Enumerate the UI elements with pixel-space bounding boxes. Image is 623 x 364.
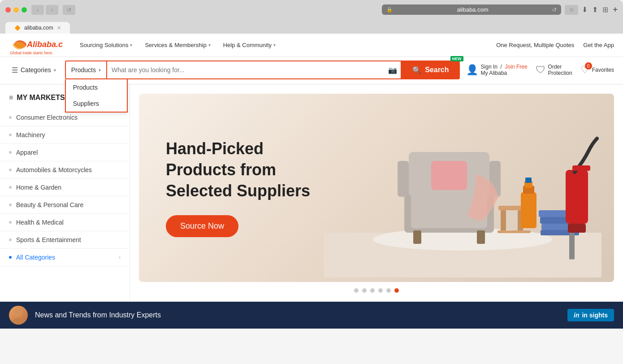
hero-illustration <box>320 98 605 277</box>
main-content: ≡ MY MARKETS Consumer Electronics Machin… <box>0 85 623 302</box>
linkedin-insight-logo[interactable]: in in sights <box>567 309 614 321</box>
reload-icon[interactable]: ↺ <box>552 7 557 13</box>
bullet-icon <box>9 204 12 206</box>
forward-button[interactable]: › <box>46 5 58 15</box>
back-button[interactable]: ‹ <box>31 5 44 15</box>
svg-rect-27 <box>572 165 590 171</box>
search-button[interactable]: 🔍 Search <box>402 61 459 79</box>
sidebar-item-automobiles[interactable]: Automobiles & Motorcycles <box>0 161 130 179</box>
svg-rect-5 <box>398 161 409 197</box>
svg-rect-24 <box>568 224 586 233</box>
sidebar-item-machinery[interactable]: Machinery <box>0 126 130 144</box>
bullet-icon <box>9 186 12 189</box>
search-input[interactable] <box>107 66 385 74</box>
carousel-dot-6[interactable] <box>394 288 399 293</box>
search-row: ☰ Categories ▾ Products ▾ Products Suppl… <box>0 57 623 85</box>
sidebar-item-apparel[interactable]: Apparel <box>0 144 130 161</box>
bullet-icon <box>9 169 12 171</box>
one-request-link[interactable]: One Request, Multiple Quotes <box>496 42 574 48</box>
source-now-button[interactable]: Source Now <box>166 215 238 237</box>
svg-rect-15 <box>521 192 536 228</box>
svg-rect-12 <box>501 210 506 233</box>
favorites-badge: 0 <box>585 62 592 69</box>
logo[interactable]: Alibaba.com Global trade starts here. <box>9 35 63 55</box>
sidebar-item-beauty[interactable]: Beauty & Personal Care <box>0 196 130 214</box>
sidebar-item-home-garden[interactable]: Home & Garden <box>0 179 130 196</box>
tabs-icon[interactable]: ⊞ <box>602 5 608 14</box>
logo-subtitle: Global trade starts here. <box>10 51 63 55</box>
dropdown-item-products[interactable]: Products <box>66 79 127 95</box>
carousel-dot-5[interactable] <box>386 288 391 293</box>
chevron-down-icon: ▾ <box>273 43 276 48</box>
svg-rect-14 <box>498 230 531 233</box>
product-dropdown-menu: Products Suppliers <box>65 79 128 113</box>
minimize-button[interactable] <box>13 7 19 13</box>
svg-rect-26 <box>572 233 575 260</box>
bullet-icon <box>9 238 12 241</box>
active-tab[interactable]: 🔶 alibaba.com ✕ <box>5 22 70 34</box>
bullet-icon <box>9 151 12 154</box>
hamburger-icon: ☰ <box>12 66 18 74</box>
nav-help-community[interactable]: Help & Community ▾ <box>217 34 282 57</box>
chevron-down-icon: ▾ <box>208 43 211 48</box>
shield-icon: 🛡 <box>536 64 545 76</box>
user-icon: 👤 <box>466 64 478 76</box>
lock-icon: 🔒 <box>386 7 393 13</box>
product-dropdown-wrapper: Products ▾ Products Suppliers <box>65 61 107 79</box>
url-display: alibaba.com <box>395 6 549 13</box>
close-button[interactable] <box>5 7 11 13</box>
dropdown-item-suppliers[interactable]: Suppliers <box>66 95 127 112</box>
bullet-icon <box>9 134 12 136</box>
carousel-dot-4[interactable] <box>378 288 383 293</box>
svg-rect-25 <box>569 233 572 260</box>
hero-text: Hand-Picked Products from Selected Suppl… <box>166 139 336 237</box>
carousel-dot-1[interactable] <box>354 288 359 293</box>
list-icon: ≡ <box>9 94 13 102</box>
new-tab-button[interactable]: + <box>613 5 618 14</box>
carousel-dot-2[interactable] <box>362 288 367 293</box>
bullet-icon <box>9 116 12 119</box>
order-protection-button[interactable]: 🛡 Order Protection <box>536 64 572 76</box>
get-app-link[interactable]: Get the App <box>583 42 614 48</box>
carousel-dots <box>139 282 614 293</box>
carousel-dot-3[interactable] <box>370 288 375 293</box>
nav-services-membership[interactable]: Services & Membership ▾ <box>138 34 216 57</box>
chevron-down-icon: ▾ <box>54 68 56 73</box>
sidebar-item-health-medical[interactable]: Health & Medical <box>0 214 130 231</box>
tab-refresh-button[interactable]: ↺ <box>63 5 75 15</box>
bottom-bar: News and Trends from Industry Experts in… <box>0 302 623 329</box>
hero-title: Hand-Picked Products from Selected Suppl… <box>166 139 336 201</box>
download-icon: ⬇ <box>582 5 588 14</box>
chevron-down-icon: ▾ <box>99 68 101 73</box>
favorites-button[interactable]: ♡ 0 Favorites <box>580 64 614 76</box>
bullet-icon <box>9 256 12 259</box>
svg-point-28 <box>14 308 23 317</box>
screen-share-button[interactable]: ⊡ <box>565 5 578 15</box>
svg-rect-7 <box>413 230 421 244</box>
new-badge: NEW <box>450 56 463 61</box>
tab-close-icon[interactable]: ✕ <box>57 25 61 31</box>
top-nav-links: Sourcing Solutions ▾ Services & Membersh… <box>74 34 496 57</box>
chevron-down-icon: ▾ <box>130 43 132 48</box>
nav-sourcing-solutions[interactable]: Sourcing Solutions ▾ <box>74 34 138 57</box>
sidebar-item-sports-entertainment[interactable]: Sports & Entertainment <box>0 231 130 249</box>
hero-area: Hand-Picked Products from Selected Suppl… <box>130 85 623 302</box>
expert-avatar <box>9 306 28 325</box>
share-icon[interactable]: ⬆ <box>592 5 598 14</box>
sidebar-item-all-categories[interactable]: All Categories › <box>0 249 130 266</box>
camera-icon[interactable]: 📷 <box>385 66 401 74</box>
bottom-bar-text: News and Trends from Industry Experts <box>35 311 161 319</box>
sidebar: ≡ MY MARKETS Consumer Electronics Machin… <box>0 85 130 302</box>
categories-button[interactable]: ☰ Categories ▾ <box>9 64 59 76</box>
top-navigation: Alibaba.com Global trade starts here. So… <box>0 34 623 57</box>
product-dropdown-trigger[interactable]: Products ▾ <box>65 61 107 79</box>
hero-svg <box>324 107 601 277</box>
svg-rect-23 <box>566 170 588 224</box>
svg-rect-18 <box>525 178 532 183</box>
search-icon: 🔍 <box>412 66 421 74</box>
sign-in-button[interactable]: 👤 Sign In / Join Free My Alibaba <box>466 64 528 76</box>
top-nav-right: One Request, Multiple Quotes Get the App <box>496 42 614 48</box>
chevron-right-icon: › <box>119 254 121 260</box>
maximize-button[interactable] <box>22 7 27 13</box>
avatar-svg <box>9 306 28 325</box>
